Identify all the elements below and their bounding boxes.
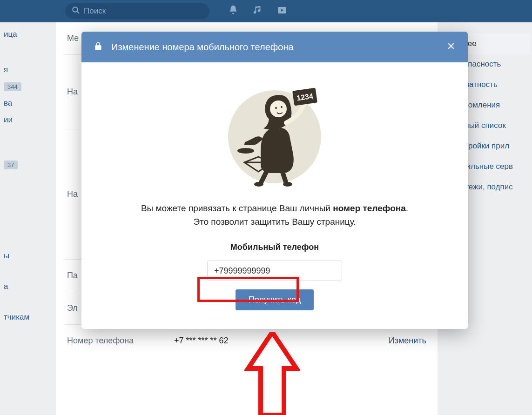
svg-point-12 bbox=[283, 182, 292, 187]
svg-point-11 bbox=[254, 182, 263, 187]
modal-body: 1234 Вы можете привязать к с bbox=[81, 62, 468, 329]
modal-header: Изменение номера мобильного телефона bbox=[81, 32, 468, 62]
modal-title: Изменение номера мобильного телефона bbox=[111, 42, 446, 53]
desc-bold: номер телефона bbox=[333, 203, 406, 213]
desc-text: Вы можете привязать к странице Ваш личны… bbox=[141, 203, 333, 213]
desc-text: Это позволит защитить Вашу страницу. bbox=[193, 217, 356, 227]
modal-description: Вы можете привязать к странице Ваш личны… bbox=[100, 202, 449, 228]
lock-icon bbox=[94, 41, 103, 53]
svg-point-6 bbox=[270, 100, 287, 117]
modal-overlay: Изменение номера мобильного телефона bbox=[0, 0, 532, 415]
phone-input[interactable] bbox=[207, 261, 342, 281]
close-icon[interactable] bbox=[446, 41, 456, 53]
svg-point-7 bbox=[275, 107, 277, 109]
svg-point-13 bbox=[237, 148, 254, 154]
svg-point-8 bbox=[281, 106, 283, 108]
desc-text: . bbox=[406, 203, 408, 213]
illustration: 1234 bbox=[223, 76, 326, 188]
change-phone-modal: Изменение номера мобильного телефона bbox=[81, 32, 468, 329]
phone-field-label: Мобильный телефон bbox=[100, 242, 449, 252]
get-code-button[interactable]: Получить код bbox=[236, 289, 314, 310]
